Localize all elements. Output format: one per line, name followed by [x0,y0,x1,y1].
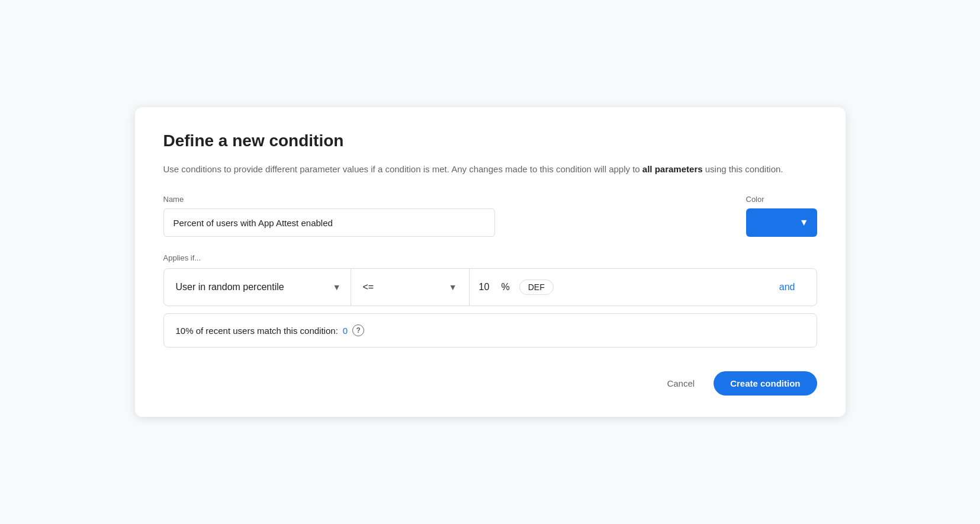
value-number: 10 [479,282,497,292]
condition-type-select[interactable]: User in random percentile ▼ [173,269,351,306]
dialog-footer: Cancel Create condition [163,371,817,396]
dialog-title: Define a new condition [163,131,817,151]
def-badge-button[interactable]: DEF [519,279,554,295]
operator-select[interactable]: <= ▼ [351,269,470,306]
and-link[interactable]: and [779,282,798,292]
color-form-group: Color ▼ [746,195,817,237]
condition-type-text: User in random percentile [176,282,284,292]
match-info-box: 10% of recent users match this condition… [163,313,817,348]
applies-if-section: Applies if... User in random percentile … [163,253,817,348]
description-bold: all parameters [642,164,703,174]
create-condition-button[interactable]: Create condition [714,371,817,396]
define-condition-dialog: Define a new condition Use conditions to… [135,107,846,417]
dialog-description: Use conditions to provide different para… [163,163,817,176]
applies-label: Applies if... [163,253,817,262]
name-input[interactable] [163,208,495,237]
operator-chevron-icon: ▼ [449,282,457,292]
match-info-prefix: 10% of recent users match this condition… [176,326,338,336]
name-label: Name [163,195,732,204]
description-prefix: Use conditions to provide different para… [163,164,642,174]
chevron-down-icon: ▼ [799,217,809,228]
color-picker-button[interactable]: ▼ [746,208,817,237]
value-section: 10 % DEF and [470,269,807,306]
name-form-group: Name [163,195,732,237]
description-suffix: using this condition. [703,164,783,174]
help-icon[interactable]: ? [352,324,364,336]
operator-text: <= [363,282,374,292]
color-label: Color [746,195,817,204]
name-color-row: Name Color ▼ [163,195,817,237]
cancel-button[interactable]: Cancel [657,372,704,394]
condition-row: User in random percentile ▼ <= ▼ 10 % DE… [163,268,817,306]
percent-symbol: % [502,282,510,292]
condition-type-chevron-icon: ▼ [333,282,341,292]
match-count: 0 [343,326,348,336]
